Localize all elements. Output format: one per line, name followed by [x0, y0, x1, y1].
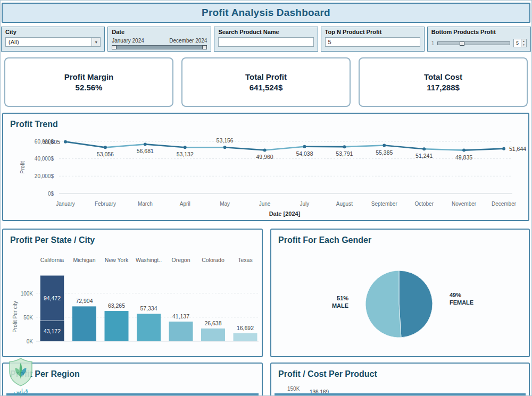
product-section-title: Profit / Cost Per Product	[271, 364, 529, 380]
svg-text:September: September	[371, 201, 398, 207]
svg-text:100K: 100K	[21, 291, 34, 297]
city-dropdown[interactable]: (All) ▾	[5, 37, 101, 47]
svg-text:54,038: 54,038	[296, 150, 313, 157]
date-slider-left-handle[interactable]	[112, 45, 117, 49]
gender-pie-chart[interactable]: 49%FEMALE51%MALE	[275, 249, 527, 355]
section-profit-per-state: Profit Per State / City 0K50K100KProfit …	[2, 229, 263, 357]
product-search-input[interactable]	[218, 37, 313, 47]
gender-section-title: Profit For Each Gender	[271, 230, 529, 246]
spinner-up-icon[interactable]: ▴	[521, 39, 526, 43]
svg-text:59,605: 59,605	[43, 139, 60, 145]
svg-text:Washingt..: Washingt..	[136, 257, 162, 263]
section-profit-cost-per-product: Profit / Cost Per Product 150K 136,169	[270, 363, 530, 396]
search-filter-label: Search Product Name	[218, 29, 313, 36]
kpi-total-cost: Total Cost 117,288$	[359, 57, 528, 107]
state-city-bar-chart[interactable]: 0K50K100KProfit Per cityCaliforniaMichig…	[6, 249, 262, 355]
svg-text:MALE: MALE	[332, 302, 348, 309]
filter-bar: City (All) ▾ Date January 2024 December …	[1, 27, 531, 52]
region-chart-cropped-area[interactable]	[6, 393, 259, 396]
svg-text:50K: 50K	[23, 315, 33, 321]
svg-text:57,334: 57,334	[140, 305, 157, 311]
product-axis-tick: 150K	[287, 386, 300, 392]
kpi-label: Total Profit	[245, 72, 287, 81]
svg-text:0K: 0K	[27, 339, 34, 344]
spinner-down-icon[interactable]: ▾	[521, 43, 526, 47]
date-slider-right-handle[interactable]	[202, 45, 207, 49]
svg-text:40,000$: 40,000$	[35, 156, 54, 162]
svg-text:26,638: 26,638	[204, 320, 221, 326]
leaf-shield-icon	[5, 357, 36, 387]
svg-text:0$: 0$	[48, 191, 54, 197]
filter-date: Date January 2024 December 2024	[107, 27, 211, 52]
bottom-slider-handle[interactable]	[460, 41, 464, 46]
city-dropdown-value: (All)	[9, 39, 19, 45]
svg-text:Date [2024]: Date [2024]	[269, 210, 301, 217]
svg-text:20,000$: 20,000$	[35, 173, 54, 179]
svg-text:53,056: 53,056	[97, 151, 114, 157]
kpi-profit-margin: Profit Margin 52.56%	[4, 57, 173, 107]
bottom-products-slider[interactable]	[437, 41, 510, 45]
svg-text:53,791: 53,791	[336, 150, 353, 157]
svg-text:Profit Per city: Profit Per city	[12, 301, 18, 332]
svg-text:41,137: 41,137	[172, 313, 189, 319]
svg-text:June: June	[259, 201, 271, 207]
svg-text:Profit: Profit	[20, 161, 26, 174]
svg-text:California: California	[40, 257, 64, 263]
trend-section-title: Profit Trend	[3, 114, 528, 130]
section-profit-trend: Profit Trend 0$20,000$40,000$60,000$Prof…	[2, 113, 529, 221]
svg-text:February: February	[95, 201, 116, 207]
kpi-row: Profit Margin 52.56% Total Profit 641,52…	[4, 57, 528, 107]
bottom-slider-min-value: 1	[431, 40, 435, 46]
date-range-slider[interactable]	[112, 45, 207, 49]
watermark-text: قياس	[1, 387, 41, 395]
bottom-products-spinner[interactable]: 5 ▴ ▾	[513, 39, 527, 47]
kpi-value: 52.56%	[76, 83, 103, 92]
bottom-spinner-value: 5	[514, 39, 521, 47]
svg-text:Michigan: Michigan	[73, 257, 95, 263]
svg-text:Texas: Texas	[238, 257, 252, 263]
city-filter-label: City	[5, 29, 101, 36]
section-profit-per-gender: Profit For Each Gender 49%FEMALE51%MALE	[270, 229, 530, 357]
date-range-values: January 2024 December 2024	[112, 38, 207, 44]
top-n-input[interactable]	[325, 37, 420, 47]
svg-text:94,472: 94,472	[44, 295, 61, 301]
svg-text:63,265: 63,265	[108, 302, 125, 309]
svg-text:FEMALE: FEMALE	[450, 299, 473, 306]
profit-trend-line-chart[interactable]: 0$20,000$40,000$60,000$Profit59,60553,05…	[5, 132, 528, 220]
svg-text:72,904: 72,904	[76, 298, 93, 304]
svg-text:July: July	[300, 201, 310, 207]
chevron-down-icon[interactable]: ▾	[92, 38, 100, 46]
svg-text:October: October	[414, 201, 434, 207]
filter-top-n: Top N Product Profit	[321, 27, 425, 52]
svg-text:Colorado: Colorado	[202, 257, 225, 263]
kpi-label: Profit Margin	[64, 72, 114, 81]
top-n-filter-label: Top N Product Profit	[325, 29, 420, 36]
svg-text:51,241: 51,241	[415, 153, 433, 159]
state-section-title: Profit Per State / City	[3, 230, 262, 246]
svg-text:16,692: 16,692	[237, 325, 254, 331]
svg-text:51,644: 51,644	[509, 146, 526, 152]
date-end-value: December 2024	[169, 38, 207, 44]
svg-text:51%: 51%	[337, 295, 348, 301]
svg-text:55,385: 55,385	[376, 149, 393, 156]
svg-text:43,172: 43,172	[44, 328, 61, 334]
svg-text:March: March	[138, 201, 153, 207]
svg-text:November: November	[452, 201, 477, 207]
svg-text:56,681: 56,681	[137, 148, 154, 154]
svg-text:53,156: 53,156	[217, 137, 234, 144]
filter-city: City (All) ▾	[1, 27, 105, 52]
watermark-logo: قياس	[1, 357, 41, 396]
kpi-label: Total Cost	[424, 72, 462, 81]
svg-text:December: December	[492, 201, 517, 207]
svg-text:August: August	[336, 201, 353, 207]
product-chart-cropped-area[interactable]	[275, 393, 526, 396]
svg-text:Oregon: Oregon	[171, 257, 190, 263]
kpi-total-profit: Total Profit 641,524$	[181, 57, 351, 107]
svg-text:49%: 49%	[450, 292, 461, 298]
kpi-value: 117,288$	[427, 83, 460, 92]
page-title: Profit Analysis Dashboard	[202, 7, 330, 19]
svg-text:May: May	[220, 201, 230, 207]
date-start-value: January 2024	[112, 38, 144, 44]
filter-bottom-products: Bottom Products Profit 1 5 ▴ ▾	[427, 27, 531, 52]
bottom-filter-label: Bottom Products Profit	[431, 29, 527, 36]
